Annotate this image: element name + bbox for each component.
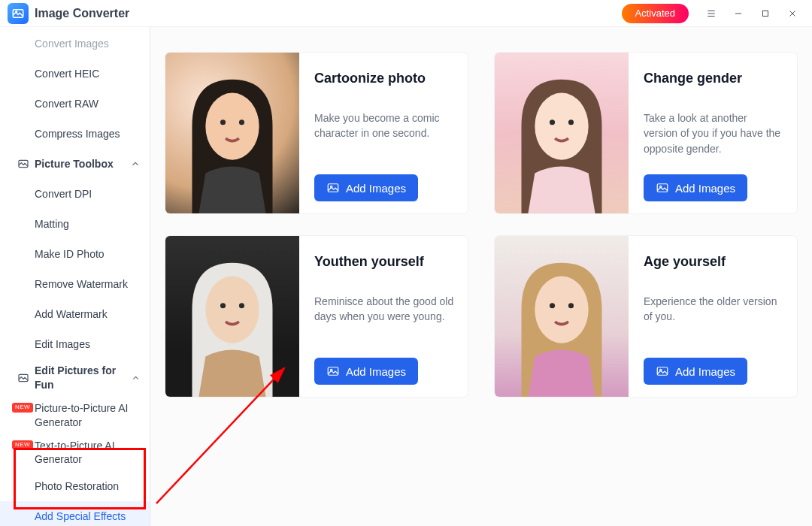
svg-point-18	[205, 277, 259, 343]
card-body: Youthen yourselfReminisce about the good…	[299, 236, 468, 397]
card-body: Age yourselfExperience the older version…	[629, 236, 797, 397]
svg-point-26	[568, 303, 574, 308]
add-images-label: Add Images	[346, 182, 406, 195]
svg-point-25	[550, 303, 555, 308]
add-images-button[interactable]: Add Images	[644, 174, 747, 201]
activated-badge[interactable]: Activated	[622, 4, 689, 23]
card-thumbnail	[165, 53, 299, 213]
card-title: Age yourself	[644, 254, 783, 270]
effect-card-cartoonize-photo: Cartoonize photoMake you become a comic …	[165, 53, 468, 213]
chevron-up-icon	[131, 373, 141, 383]
card-thumbnail	[165, 236, 299, 397]
sidebar-item-convert-heic[interactable]: Convert HEIC	[0, 59, 150, 89]
sidebar-item-text-to-picture-ai-generator[interactable]: NEWText-to-Picture AI Generator	[0, 434, 150, 472]
effect-card-youthen-yourself: Youthen yourselfReminisce about the good…	[165, 236, 468, 397]
sidebar-item-edit-images[interactable]: Edit Images	[0, 329, 150, 359]
sidebar-item-label: Add Special Effects	[35, 509, 126, 524]
card-grid: Cartoonize photoMake you become a comic …	[165, 27, 797, 397]
sidebar-item-label: Add Watermark	[35, 307, 108, 322]
sidebar-item-label: Picture-to-Picture AI Generator	[35, 401, 141, 430]
app-logo-icon	[8, 3, 29, 24]
sidebar-item-label: Matting	[35, 217, 69, 231]
svg-point-6	[205, 93, 259, 160]
card-thumbnail	[495, 236, 629, 397]
sidebar-item-label: Compress Images	[35, 127, 120, 141]
card-description: Take a look at another version of you if…	[644, 110, 783, 164]
sidebar-item-convert-dpi[interactable]: Convert DPI	[0, 179, 150, 209]
menu-icon[interactable]	[698, 0, 725, 27]
svg-point-20	[239, 303, 244, 308]
image-icon	[326, 181, 340, 195]
sidebar-item-label: Convert HEIC	[35, 67, 99, 81]
sidebar-header-label: Picture Toolbox	[17, 157, 114, 171]
sidebar-item-label: Make ID Photo	[35, 247, 105, 261]
new-badge: NEW	[12, 440, 33, 450]
effect-card-change-gender: Change genderTake a look at another vers…	[495, 53, 797, 213]
svg-point-1	[16, 11, 17, 12]
add-images-button[interactable]: Add Images	[314, 358, 418, 385]
sidebar-item-label: Edit Images	[35, 337, 90, 352]
sidebar-header-label: Edit Pictures for Fun	[17, 364, 131, 392]
sidebar-item-label: Text-to-Picture AI Generator	[35, 439, 141, 467]
image-icon	[326, 364, 340, 378]
svg-point-7	[220, 119, 226, 125]
card-title: Change gender	[644, 71, 783, 86]
sidebar-item-convert-images[interactable]: Convert Images	[0, 29, 150, 59]
sidebar: Convert ImagesConvert HEICConvert RAWCom…	[0, 27, 150, 526]
sidebar-item-picture-to-picture-ai-generator[interactable]: NEWPicture-to-Picture AI Generator	[0, 397, 150, 434]
sidebar-item-photo-restoration[interactable]: Photo Restoration	[0, 471, 150, 501]
card-title: Youthen yourself	[314, 254, 454, 270]
new-badge: NEW	[12, 403, 33, 413]
sidebar-item-matting[interactable]: Matting	[0, 209, 150, 239]
maximize-button[interactable]	[752, 0, 779, 27]
sidebar-item-convert-raw[interactable]: Convert RAW	[0, 89, 150, 119]
svg-rect-9	[328, 184, 338, 192]
card-body: Change genderTake a look at another vers…	[629, 53, 797, 213]
card-description: Reminisce about the good old days when y…	[314, 294, 454, 347]
add-images-button[interactable]: Add Images	[644, 358, 747, 385]
svg-rect-2	[763, 11, 768, 16]
toolbox-icon	[17, 371, 30, 385]
sidebar-item-label: Convert RAW	[35, 97, 98, 111]
sidebar-item-compress-images[interactable]: Compress Images	[0, 119, 150, 149]
sidebar-item-add-special-effects[interactable]: Add Special Effects	[0, 501, 150, 526]
svg-point-14	[568, 119, 574, 125]
svg-point-13	[550, 119, 555, 125]
svg-point-12	[535, 93, 588, 160]
sidebar-item-remove-watermark[interactable]: Remove Watermark	[0, 269, 150, 299]
sidebar-item-add-watermark[interactable]: Add Watermark	[0, 299, 150, 329]
svg-rect-21	[328, 367, 338, 376]
svg-point-19	[220, 303, 226, 308]
card-body: Cartoonize photoMake you become a comic …	[299, 53, 468, 213]
sidebar-item-label: Photo Restoration	[35, 479, 119, 494]
close-button[interactable]	[779, 0, 806, 27]
sidebar-item-make-id-photo[interactable]: Make ID Photo	[0, 239, 150, 269]
minimize-button[interactable]	[725, 0, 752, 27]
sidebar-item-label: Convert Images	[35, 37, 109, 51]
effect-card-age-yourself: Age yourselfExperience the older version…	[495, 236, 797, 397]
card-description: Make you become a comic character in one…	[314, 110, 454, 164]
sidebar-header-edit-pictures-for-fun[interactable]: Edit Pictures for Fun	[0, 359, 150, 397]
sidebar-header-picture-toolbox[interactable]: Picture Toolbox	[0, 149, 150, 179]
svg-rect-27	[657, 367, 668, 376]
titlebar: Image Converter Activated	[0, 0, 812, 27]
toolbox-icon	[17, 157, 30, 171]
sidebar-item-label: Remove Watermark	[35, 277, 128, 292]
add-images-label: Add Images	[675, 182, 735, 195]
image-icon	[656, 181, 669, 195]
card-thumbnail	[495, 53, 629, 213]
svg-rect-15	[657, 184, 668, 192]
svg-point-24	[535, 277, 588, 343]
sidebar-item-label: Convert DPI	[35, 187, 92, 201]
chevron-up-icon	[130, 159, 141, 169]
add-images-label: Add Images	[675, 365, 735, 378]
main-content: Cartoonize photoMake you become a comic …	[150, 27, 812, 526]
svg-point-8	[239, 119, 244, 125]
card-title: Cartoonize photo	[314, 71, 454, 86]
app-title: Image Converter	[35, 7, 129, 20]
add-images-label: Add Images	[346, 365, 406, 378]
card-description: Experience the older version of you.	[644, 294, 783, 347]
image-icon	[656, 364, 669, 378]
add-images-button[interactable]: Add Images	[314, 174, 418, 201]
